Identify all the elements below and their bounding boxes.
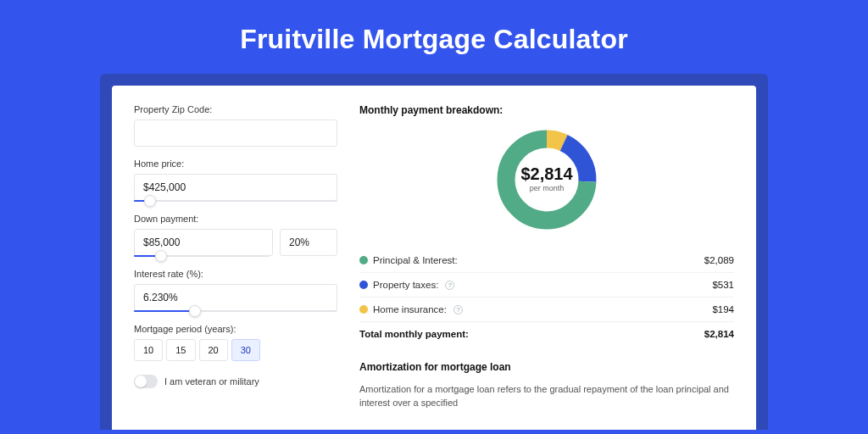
period-option-10[interactable]: 10	[134, 339, 163, 361]
amortization-title: Amortization for mortgage loan	[359, 361, 734, 373]
down-payment-block: Down payment:	[134, 214, 337, 257]
home-price-input[interactable]	[134, 174, 337, 201]
breakdown-total-row: Total monthly payment:$2,814	[359, 321, 734, 346]
period-label: Mortgage period (years):	[134, 324, 337, 334]
breakdown-row: Home insurance:?$194	[359, 297, 734, 321]
legend-dot-icon	[359, 281, 368, 289]
interest-rate-slider-fill	[134, 310, 195, 312]
home-price-slider-thumb[interactable]	[144, 195, 156, 207]
donut-arc	[547, 139, 564, 142]
zip-label: Property Zip Code:	[134, 104, 337, 114]
interest-rate-label: Interest rate (%):	[134, 269, 337, 279]
veteran-label: I am veteran or military	[164, 376, 259, 387]
legend-dot-icon	[359, 305, 368, 314]
period-option-20[interactable]: 20	[199, 339, 228, 361]
down-payment-amount-input[interactable]	[134, 229, 273, 256]
results-column: Monthly payment breakdown: $2,814 per mo…	[359, 104, 734, 430]
info-icon[interactable]: ?	[453, 305, 463, 314]
veteran-toggle-knob	[135, 376, 147, 387]
breakdown-value: $194	[712, 304, 734, 314]
breakdown-row: Principal & Interest:$2,089	[359, 248, 734, 272]
period-option-15[interactable]: 15	[166, 339, 195, 361]
breakdown-row: Property taxes:?$531	[359, 272, 734, 297]
amortization-body: Amortization for a mortgage loan refers …	[359, 383, 734, 410]
home-price-label: Home price:	[134, 159, 337, 169]
down-payment-pct-input[interactable]	[280, 229, 337, 256]
breakdown-value: $2,089	[704, 255, 734, 265]
donut-chart: $2,814 per month	[359, 126, 734, 233]
down-payment-slider[interactable]	[134, 255, 270, 257]
breakdown-label: Property taxes:	[373, 280, 438, 290]
breakdown-total-label: Total monthly payment:	[359, 329, 469, 339]
breakdown-label: Home insurance:	[373, 304, 447, 314]
legend-dot-icon	[359, 256, 368, 264]
form-column: Property Zip Code: Home price: Down paym…	[134, 104, 337, 430]
page-title: Fruitville Mortgage Calculator	[0, 0, 868, 74]
breakdown-total-value: $2,814	[704, 329, 734, 339]
veteran-toggle[interactable]	[134, 375, 158, 388]
amortization-section: Amortization for mortgage loan Amortizat…	[359, 361, 734, 410]
interest-rate-block: Interest rate (%):	[134, 269, 337, 312]
donut-svg: $2,814 per month	[493, 126, 600, 233]
down-payment-slider-thumb[interactable]	[155, 250, 167, 262]
donut-center-sub: per month	[530, 184, 565, 192]
home-price-slider[interactable]	[134, 200, 337, 202]
veteran-row: I am veteran or military	[134, 375, 337, 388]
breakdown-list: Principal & Interest:$2,089Property taxe…	[359, 248, 734, 346]
calculator-card: Property Zip Code: Home price: Down paym…	[112, 86, 756, 430]
period-option-30[interactable]: 30	[231, 339, 260, 361]
zip-block: Property Zip Code:	[134, 104, 337, 147]
info-icon[interactable]: ?	[445, 281, 454, 290]
calculator-frame: Property Zip Code: Home price: Down paym…	[100, 74, 768, 430]
interest-rate-slider-thumb[interactable]	[189, 305, 201, 317]
interest-rate-slider[interactable]	[134, 310, 337, 312]
period-options: 10152030	[134, 339, 337, 361]
down-payment-label: Down payment:	[134, 214, 337, 224]
breakdown-label: Principal & Interest:	[373, 255, 458, 265]
period-block: Mortgage period (years): 10152030	[134, 324, 337, 361]
home-price-block: Home price:	[134, 159, 337, 202]
breakdown-title: Monthly payment breakdown:	[359, 104, 734, 116]
donut-center-value: $2,814	[520, 164, 573, 183]
zip-input[interactable]	[134, 120, 337, 147]
interest-rate-input[interactable]	[134, 284, 337, 311]
breakdown-value: $531	[712, 280, 734, 290]
